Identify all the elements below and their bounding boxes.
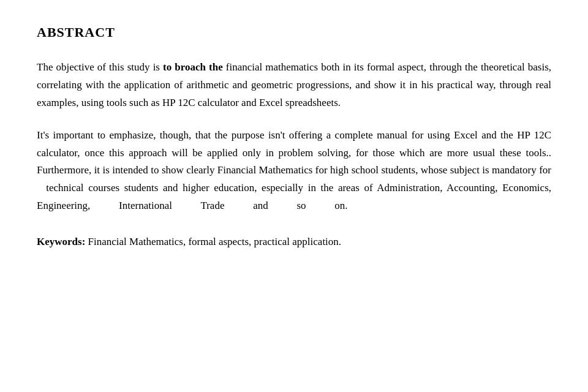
keywords-line: Keywords: Financial Mathematics, formal … bbox=[37, 233, 551, 251]
word-and: and bbox=[253, 200, 268, 211]
paragraph1-bold-text: to broach the bbox=[163, 61, 223, 73]
word-international: International bbox=[119, 200, 172, 211]
paragraph1-text-start: The objective of this study is bbox=[37, 61, 163, 73]
word-those: those bbox=[372, 147, 394, 159]
abstract-paragraph-2: It's important to emphasize, though, tha… bbox=[37, 127, 551, 215]
word-which: which bbox=[399, 147, 425, 159]
abstract-paragraph-1: The objective of this study is to broach… bbox=[37, 59, 551, 112]
word-the: the bbox=[321, 182, 334, 194]
word-these: these bbox=[500, 147, 521, 159]
keywords-content: Financial Mathematics, formal aspects, p… bbox=[85, 236, 341, 247]
keywords-label: Keywords: bbox=[37, 236, 85, 247]
abstract-title: ABSTRACT bbox=[37, 24, 551, 40]
word-areas-of: areas of bbox=[338, 182, 373, 194]
